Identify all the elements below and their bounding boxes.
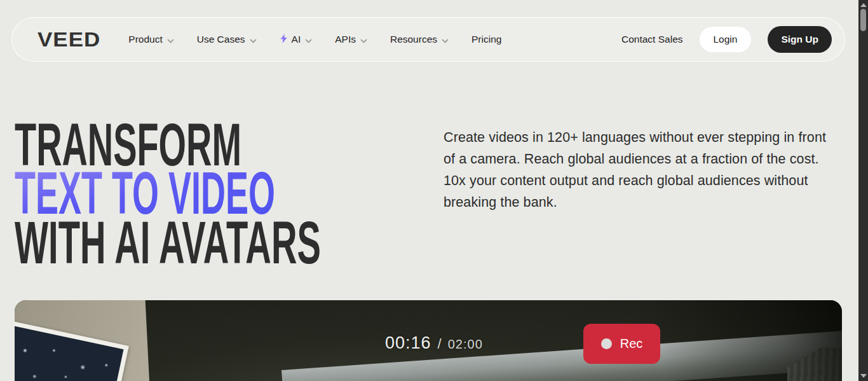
record-dot-icon xyxy=(601,338,612,349)
nav-item-resources[interactable]: Resources xyxy=(390,33,449,46)
chevron-down-icon xyxy=(442,34,449,46)
nav-item-ai[interactable]: AI xyxy=(280,33,313,46)
ceiling-molding xyxy=(281,328,842,381)
navbar: VEED Product Use Cases AI xyxy=(11,17,845,62)
browser-scrollbar[interactable] xyxy=(858,0,868,381)
nav-item-label: APIs xyxy=(335,34,356,45)
nav-item-label: Resources xyxy=(390,34,437,45)
nav-item-product[interactable]: Product xyxy=(128,33,173,46)
scroll-down-icon[interactable] xyxy=(860,374,867,378)
recording-timer: 00:16 / 02:00 xyxy=(385,333,483,353)
veed-logo[interactable]: VEED xyxy=(37,28,100,52)
nav-item-label: Product xyxy=(128,34,162,45)
rec-label: Rec xyxy=(620,336,643,351)
rec-badge: Rec xyxy=(583,324,660,364)
signup-button[interactable]: Sign Up xyxy=(768,26,832,53)
time-separator: / xyxy=(438,336,442,352)
contact-sales-link[interactable]: Contact Sales xyxy=(621,34,683,45)
nav-item-pricing[interactable]: Pricing xyxy=(471,34,501,45)
nav-actions: Contact Sales Login Sign Up xyxy=(621,26,832,53)
nav-menu: Product Use Cases AI xyxy=(128,33,501,46)
hero-description: Create videos in 120+ languages without … xyxy=(444,127,829,213)
hero-video-frame: SINGIN' IN THE R 00:16 / 02:00 Rec xyxy=(15,300,842,381)
login-button[interactable]: Login xyxy=(700,27,752,52)
chevron-down-icon xyxy=(360,34,367,46)
scroll-up-icon[interactable] xyxy=(860,3,867,7)
total-duration: 02:00 xyxy=(448,337,483,352)
nav-item-label: Use Cases xyxy=(197,34,245,45)
lightning-bolt-icon xyxy=(280,34,288,46)
nav-item-label: Pricing xyxy=(471,34,501,45)
chevron-down-icon xyxy=(167,34,174,46)
hero-title-line-3: WITH AI AVATARS xyxy=(15,209,321,276)
elapsed-time: 00:16 xyxy=(385,333,431,353)
nav-item-label: AI xyxy=(292,34,301,45)
hero-heading: TRANSFORM TEXT TO VIDEO WITH AI AVATARS xyxy=(15,120,345,275)
chevron-down-icon xyxy=(305,34,312,46)
nav-item-use-cases[interactable]: Use Cases xyxy=(197,33,257,46)
scrollbar-thumb[interactable] xyxy=(860,9,866,31)
nav-item-apis[interactable]: APIs xyxy=(335,33,367,46)
chevron-down-icon xyxy=(250,34,257,46)
